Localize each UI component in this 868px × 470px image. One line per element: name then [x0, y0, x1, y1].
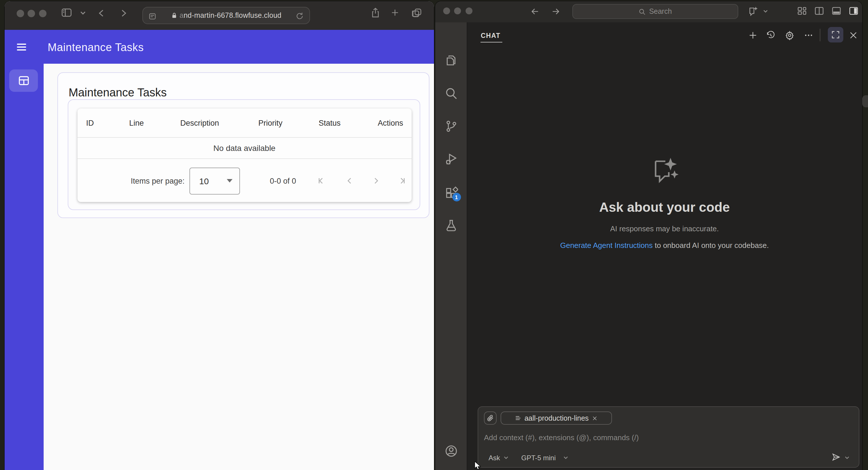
chat-input-container[interactable]: aall-production-lines Add context (#), e…: [477, 406, 859, 468]
paperclip-icon: [487, 414, 494, 422]
traffic-light-minimize[interactable]: [28, 9, 35, 17]
table-empty-message: No data available: [78, 138, 411, 158]
copilot-dropdown-icon[interactable]: [763, 9, 768, 14]
tab-chat[interactable]: CHAT: [481, 32, 501, 39]
dashboard-content: Maintenance Tasks ID Line Description Pr…: [43, 64, 434, 470]
table-footer: Items per page: 10 0-0 of 0: [78, 159, 411, 202]
context-chip-label: aall-production-lines: [524, 414, 589, 422]
prev-page-icon[interactable]: [344, 176, 355, 186]
select-arrow-icon: [227, 179, 232, 183]
last-page-icon[interactable]: [397, 176, 407, 186]
copilot-icon[interactable]: [748, 6, 758, 17]
search-placeholder: Search: [649, 7, 672, 15]
customize-layout-icon[interactable]: [797, 6, 807, 16]
divider: [819, 29, 820, 41]
traffic-light-zoom[interactable]: [39, 9, 46, 17]
chat-history-icon[interactable]: [766, 30, 775, 40]
column-header-description[interactable]: Description: [180, 119, 258, 127]
sidebar-item-page[interactable]: [9, 69, 38, 92]
command-center-search[interactable]: Search: [572, 4, 738, 19]
sidebar-toggle-icon[interactable]: [60, 6, 73, 19]
vscode-titlebar: Search: [435, 1, 862, 22]
column-header-line[interactable]: Line: [129, 119, 180, 127]
reload-icon[interactable]: [296, 12, 304, 20]
model-picker[interactable]: GPT-5 mini: [521, 453, 556, 462]
link-suffix: to onboard AI onto your codebase.: [653, 241, 769, 250]
activity-bar: 1: [435, 22, 467, 470]
table-grid-icon: [18, 75, 30, 86]
generate-agent-instructions-link[interactable]: Generate Agent Instructions: [560, 241, 652, 250]
nav-back-icon[interactable]: [530, 6, 540, 17]
run-debug-icon[interactable]: [444, 152, 458, 166]
empty-state-link-line: Generate Agent Instructions to onboard A…: [467, 241, 862, 250]
attach-context-button[interactable]: [484, 411, 497, 425]
column-header-priority[interactable]: Priority: [258, 119, 319, 127]
maximize-panel-button[interactable]: [828, 27, 843, 42]
split-editor-icon[interactable]: [814, 6, 824, 16]
send-dropdown-icon[interactable]: [844, 455, 849, 460]
context-chip[interactable]: aall-production-lines: [501, 411, 612, 425]
close-panel-icon[interactable]: [848, 30, 858, 40]
new-chat-icon[interactable]: [748, 30, 757, 40]
desktop: and-martin-6678.flowfuse.cloud Maintenan: [0, 0, 868, 470]
mouse-cursor: [474, 461, 482, 470]
new-tab-icon[interactable]: [390, 7, 400, 18]
chevron-down-icon[interactable]: [80, 10, 86, 16]
vscode-window: Search: [435, 1, 862, 470]
back-icon[interactable]: [96, 8, 107, 19]
card-title: Maintenance Tasks: [69, 86, 167, 99]
send-icon[interactable]: [831, 452, 841, 462]
active-tab-underline: [480, 41, 502, 42]
pagination-range: 0-0 of 0: [270, 177, 296, 185]
source-control-icon[interactable]: [444, 119, 458, 133]
maximize-icon: [830, 30, 840, 40]
traffic-light-close[interactable]: [17, 9, 24, 17]
list-icon: [515, 415, 521, 421]
items-per-page-select[interactable]: 10: [189, 167, 240, 194]
chat-input-placeholder[interactable]: Add context (#), extensions (@), command…: [484, 433, 639, 442]
address-bar[interactable]: and-martin-6678.flowfuse.cloud: [143, 7, 310, 24]
testing-icon[interactable]: [444, 219, 458, 232]
account-icon[interactable]: [444, 444, 458, 458]
empty-state-title: Ask about your code: [467, 200, 862, 215]
model-chevron-icon[interactable]: [563, 455, 568, 460]
column-header-actions[interactable]: Actions: [378, 119, 411, 127]
share-icon[interactable]: [370, 6, 381, 19]
more-actions-icon[interactable]: [803, 30, 813, 40]
data-table: ID Line Description Priority Status Acti…: [78, 108, 411, 202]
remove-context-icon[interactable]: [592, 415, 598, 421]
traffic-light-close[interactable]: [443, 7, 450, 14]
traffic-light-zoom[interactable]: [465, 7, 472, 14]
toggle-secondary-sidebar-icon[interactable]: [848, 6, 859, 16]
forward-icon[interactable]: [118, 8, 129, 19]
toggle-panel-icon[interactable]: [831, 6, 841, 16]
next-page-icon[interactable]: [371, 176, 381, 186]
column-header-id[interactable]: ID: [86, 119, 129, 127]
search-icon[interactable]: [444, 86, 458, 100]
mode-picker[interactable]: Ask: [489, 453, 500, 462]
table-header-row: ID Line Description Priority Status Acti…: [78, 108, 411, 137]
column-header-status[interactable]: Status: [319, 119, 378, 127]
items-per-page-value: 10: [199, 176, 209, 186]
traffic-light-minimize[interactable]: [454, 7, 461, 14]
dashboard-header: Maintenance Tasks: [5, 30, 434, 64]
safari-window: and-martin-6678.flowfuse.cloud Maintenan: [5, 1, 434, 470]
extensions-badge: 1: [452, 193, 461, 201]
hamburger-menu-icon[interactable]: [16, 41, 28, 53]
chat-sparkle-icon: [650, 157, 679, 185]
mode-chevron-icon[interactable]: [503, 455, 508, 460]
nav-forward-icon[interactable]: [550, 6, 561, 17]
url-text: and-martin-6678.flowfuse.cloud: [143, 11, 309, 20]
first-page-icon[interactable]: [316, 176, 327, 186]
chat-settings-gear-icon[interactable]: [784, 30, 794, 40]
empty-state-subtitle: AI responses may be inaccurate.: [467, 224, 862, 233]
explorer-icon[interactable]: [444, 53, 458, 67]
table-card: ID Line Description Priority Status Acti…: [68, 99, 420, 210]
page-title: Maintenance Tasks: [48, 41, 144, 54]
chat-panel: CHAT Ask a: [467, 22, 862, 470]
items-per-page-label: Items per page:: [131, 177, 185, 185]
background-window-edge: [862, 95, 868, 107]
tab-overview-icon[interactable]: [411, 7, 423, 19]
search-icon: [638, 8, 646, 15]
maintenance-card: Maintenance Tasks ID Line Description Pr…: [57, 72, 429, 218]
